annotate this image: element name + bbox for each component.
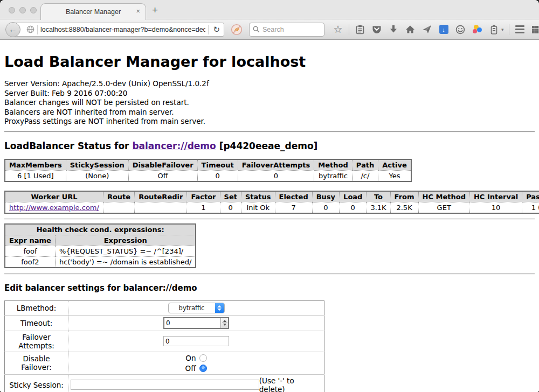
tab-title: Balancer Manager [66, 8, 121, 16]
col-expression: Expression [55, 235, 196, 246]
proxypass-note-line: ProxyPass settings are NOT inherited fro… [4, 117, 535, 127]
balancer-status-heading: LoadBalancer Status for balancer://demo … [4, 141, 535, 151]
col-status: Status [241, 191, 275, 202]
lbmethod-select[interactable]: bytraffic [168, 303, 225, 313]
server-info: Server Version: Apache/2.5.0-dev (Unix) … [4, 79, 535, 127]
timeout-value: 0 [197, 170, 238, 181]
path-value: /c/ [352, 170, 378, 181]
col-passes: Passes [522, 191, 539, 202]
toolbar-separator [509, 24, 509, 35]
grid-extension-icon[interactable] [531, 23, 539, 36]
col-path: Path [352, 159, 378, 171]
tab-balancer-manager[interactable]: Balancer Manager × [40, 3, 146, 20]
toolbar-icons: ☆ [332, 23, 539, 36]
col-active: Active [378, 159, 411, 171]
col-timeout: Timeout [197, 159, 238, 171]
worker-header-row: Worker URL Route RouteRedir Factor Set S… [5, 191, 539, 202]
health-table-title: Health check cond. expressions: [5, 224, 196, 235]
col-set: Set [220, 191, 241, 202]
zoom-window-button[interactable] [30, 7, 37, 13]
timeout-input[interactable] [164, 318, 220, 328]
timeout-row: Timeout: [5, 315, 324, 331]
server-built-line: Server Built: Feb 9 2016 07:00:20 [4, 89, 535, 99]
search-bar[interactable] [249, 23, 324, 37]
new-tab-button[interactable]: + [152, 4, 158, 16]
reader-extension-icon[interactable]: ↓ [438, 23, 450, 36]
expression-value: %{REQUEST_STATUS} =~ /^[234]/ [55, 246, 196, 256]
col-maxmembers: MaxMembers [5, 159, 66, 171]
balancer-status-table: MaxMembers StickySession DisableFailover… [4, 159, 412, 182]
server-version-line: Server Version: Apache/2.5.0-dev (Unix) … [4, 79, 535, 89]
col-from: From [390, 191, 418, 202]
chevron-down-icon[interactable]: ▾ [501, 27, 504, 32]
tab-close-icon[interactable]: × [136, 8, 140, 15]
disable-failover-label: Disable Failover: [5, 352, 68, 374]
minimize-window-button[interactable] [19, 7, 26, 13]
expr-name-value: foof [5, 246, 55, 256]
failoverattempts-value: 0 [238, 170, 314, 181]
worker-url-link[interactable]: http://www.example.com/ [9, 204, 99, 212]
failover-attempts-input[interactable] [163, 336, 229, 346]
page-content: Load Balancer Manager for localhost Serv… [0, 40, 539, 392]
pocket-icon[interactable] [371, 23, 383, 36]
hc-interval-value: 10 [469, 202, 522, 213]
content-blocker-icon[interactable] [231, 24, 243, 36]
sticky-session-input[interactable] [71, 380, 259, 390]
radio-off[interactable] [199, 365, 207, 372]
maxmembers-value: 6 [1 Used] [5, 170, 66, 181]
back-button[interactable]: ← [5, 22, 20, 37]
search-input[interactable] [262, 26, 321, 33]
inherit-note-line: Balancers are NOT inherited from main se… [4, 108, 535, 117]
method-value: bytraffic [314, 170, 352, 181]
battery-extension-icon[interactable] [488, 23, 500, 36]
clipboard-icon[interactable] [354, 23, 366, 36]
menu-hamburger-icon[interactable] [514, 23, 526, 36]
col-hc-interval: HC Interval [469, 191, 522, 202]
colored-dots-extension-icon[interactable] [471, 23, 483, 36]
reload-icon[interactable]: ↻ [211, 25, 222, 34]
sticky-session-row: Sticky Session: (Use '-' to delete) [5, 374, 324, 392]
from-value: 2.5K [390, 202, 418, 213]
col-disablefailover: DisableFailover [128, 159, 197, 171]
window-controls [9, 7, 37, 13]
globe-icon [26, 25, 34, 33]
worker-url-cell: http://www.example.com/ [5, 202, 103, 213]
stickysession-value: (None) [66, 170, 128, 181]
download-icon[interactable] [388, 23, 399, 36]
balancer-demo-link[interactable]: balancer://demo [132, 141, 216, 151]
radio-on[interactable] [199, 354, 207, 362]
page-title: Load Balancer Manager for localhost [4, 53, 535, 70]
col-load: Load [340, 191, 367, 202]
hc-method-value: GET [418, 202, 469, 213]
lbmethod-label: LBmethod: [5, 300, 68, 315]
status-value-row: 6 [1 Used] (None) Off 0 0 bytraffic /c/ … [5, 170, 411, 181]
col-factor: Factor [187, 191, 220, 202]
disable-failover-row: Disable Failover: On Off [5, 352, 324, 374]
disable-failover-radios: On Off [185, 354, 208, 373]
failover-attempts-label: Failover Attempts: [5, 331, 68, 352]
address-text[interactable]: localhost:8880/balancer-manager?b=demo&n… [40, 26, 205, 33]
sticky-session-label: Sticky Session: [5, 374, 68, 392]
browser-window: Balancer Manager × + ← localhost:8880/ba… [0, 0, 539, 392]
send-icon[interactable] [421, 23, 433, 36]
col-worker-url: Worker URL [5, 191, 103, 202]
close-window-button[interactable] [9, 7, 15, 13]
toolbar-separator [349, 24, 349, 35]
navigation-toolbar: ← localhost:8880/balancer-manager?b=demo… [0, 19, 539, 40]
sticky-delete-hint: (Use '-' to delete) [259, 376, 322, 392]
health-header-row: Expr name Expression [5, 235, 196, 246]
url-bar[interactable]: localhost:8880/balancer-manager?b=demo&n… [13, 23, 224, 37]
number-spinner-icon[interactable] [220, 318, 228, 328]
col-hc-method: HC Method [418, 191, 469, 202]
home-icon[interactable] [404, 23, 416, 36]
feedback-smiley-icon[interactable] [454, 23, 466, 36]
busy-value: 0 [312, 202, 339, 213]
to-value: 3.1K [367, 202, 390, 213]
passes-value: 1 (0) [522, 202, 539, 213]
search-icon [253, 26, 260, 33]
bookmark-star-icon[interactable]: ☆ [332, 23, 344, 36]
route-value [103, 202, 134, 213]
radio-off-label: Off [185, 364, 196, 373]
col-route: Route [103, 191, 134, 202]
status-heading-prefix: LoadBalancer Status for [4, 141, 132, 151]
